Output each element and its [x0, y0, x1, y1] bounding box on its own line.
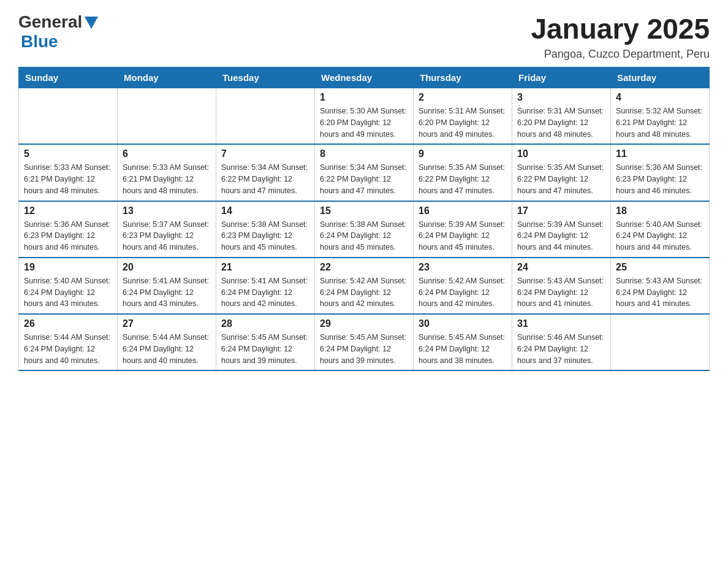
calendar-cell: 31Sunrise: 5:46 AM Sunset: 6:24 PM Dayli… — [512, 314, 611, 370]
day-info: Sunrise: 5:31 AM Sunset: 6:20 PM Dayligh… — [419, 105, 507, 140]
calendar-cell: 24Sunrise: 5:43 AM Sunset: 6:24 PM Dayli… — [512, 258, 611, 314]
day-number: 30 — [419, 318, 507, 329]
day-number: 29 — [320, 318, 408, 329]
day-info: Sunrise: 5:43 AM Sunset: 6:24 PM Dayligh… — [616, 275, 704, 310]
day-number: 5 — [24, 148, 112, 159]
day-number: 19 — [24, 262, 112, 273]
day-info: Sunrise: 5:46 AM Sunset: 6:24 PM Dayligh… — [517, 332, 605, 366]
day-info: Sunrise: 5:33 AM Sunset: 6:21 PM Dayligh… — [123, 162, 211, 196]
logo: General Blue — [18, 12, 98, 52]
calendar-cell: 5Sunrise: 5:33 AM Sunset: 6:21 PM Daylig… — [19, 144, 118, 201]
calendar-header-wednesday: Wednesday — [315, 67, 414, 88]
calendar-cell: 19Sunrise: 5:40 AM Sunset: 6:24 PM Dayli… — [19, 258, 118, 314]
calendar-cell: 3Sunrise: 5:31 AM Sunset: 6:20 PM Daylig… — [512, 88, 611, 145]
calendar-cell: 23Sunrise: 5:42 AM Sunset: 6:24 PM Dayli… — [414, 258, 512, 314]
day-info: Sunrise: 5:36 AM Sunset: 6:23 PM Dayligh… — [616, 162, 704, 196]
day-number: 1 — [320, 92, 408, 103]
calendar-header-tuesday: Tuesday — [216, 67, 315, 88]
calendar-cell: 13Sunrise: 5:37 AM Sunset: 6:23 PM Dayli… — [118, 201, 216, 258]
day-info: Sunrise: 5:34 AM Sunset: 6:22 PM Dayligh… — [221, 162, 309, 196]
logo-blue-text: Blue — [21, 32, 58, 51]
day-info: Sunrise: 5:40 AM Sunset: 6:24 PM Dayligh… — [616, 219, 704, 253]
calendar-cell: 1Sunrise: 5:30 AM Sunset: 6:20 PM Daylig… — [315, 88, 414, 145]
day-info: Sunrise: 5:45 AM Sunset: 6:24 PM Dayligh… — [320, 332, 408, 366]
calendar-cell: 18Sunrise: 5:40 AM Sunset: 6:24 PM Dayli… — [611, 201, 710, 258]
day-info: Sunrise: 5:39 AM Sunset: 6:24 PM Dayligh… — [419, 219, 507, 253]
calendar-cell: 12Sunrise: 5:36 AM Sunset: 6:23 PM Dayli… — [19, 201, 118, 258]
day-number: 6 — [123, 148, 211, 159]
calendar-cell — [118, 88, 216, 145]
day-info: Sunrise: 5:36 AM Sunset: 6:23 PM Dayligh… — [24, 219, 112, 253]
calendar-cell: 7Sunrise: 5:34 AM Sunset: 6:22 PM Daylig… — [216, 144, 315, 201]
calendar-week-row: 1Sunrise: 5:30 AM Sunset: 6:20 PM Daylig… — [19, 88, 710, 145]
calendar-cell: 21Sunrise: 5:41 AM Sunset: 6:24 PM Dayli… — [216, 258, 315, 314]
day-info: Sunrise: 5:35 AM Sunset: 6:22 PM Dayligh… — [419, 162, 507, 196]
calendar-header-thursday: Thursday — [414, 67, 512, 88]
calendar-cell: 20Sunrise: 5:41 AM Sunset: 6:24 PM Dayli… — [118, 258, 216, 314]
day-info: Sunrise: 5:38 AM Sunset: 6:23 PM Dayligh… — [221, 219, 309, 253]
calendar-week-row: 19Sunrise: 5:40 AM Sunset: 6:24 PM Dayli… — [19, 258, 710, 314]
day-number: 12 — [24, 205, 112, 216]
calendar-cell: 15Sunrise: 5:38 AM Sunset: 6:24 PM Dayli… — [315, 201, 414, 258]
day-info: Sunrise: 5:41 AM Sunset: 6:24 PM Dayligh… — [123, 275, 211, 310]
calendar-cell: 26Sunrise: 5:44 AM Sunset: 6:24 PM Dayli… — [19, 314, 118, 370]
calendar-week-row: 26Sunrise: 5:44 AM Sunset: 6:24 PM Dayli… — [19, 314, 710, 370]
day-info: Sunrise: 5:45 AM Sunset: 6:24 PM Dayligh… — [221, 332, 309, 366]
day-number: 23 — [419, 262, 507, 273]
calendar-cell: 25Sunrise: 5:43 AM Sunset: 6:24 PM Dayli… — [611, 258, 710, 314]
page-header: General Blue January 2025 Pangoa, Cuzco … — [18, 12, 710, 61]
day-number: 15 — [320, 205, 408, 216]
day-number: 28 — [221, 318, 309, 329]
day-info: Sunrise: 5:34 AM Sunset: 6:22 PM Dayligh… — [320, 162, 408, 196]
day-number: 24 — [517, 262, 605, 273]
day-info: Sunrise: 5:39 AM Sunset: 6:24 PM Dayligh… — [517, 219, 605, 253]
day-info: Sunrise: 5:42 AM Sunset: 6:24 PM Dayligh… — [419, 275, 507, 310]
calendar-week-row: 12Sunrise: 5:36 AM Sunset: 6:23 PM Dayli… — [19, 201, 710, 258]
day-info: Sunrise: 5:44 AM Sunset: 6:24 PM Dayligh… — [123, 332, 211, 366]
day-info: Sunrise: 5:44 AM Sunset: 6:24 PM Dayligh… — [24, 332, 112, 366]
day-number: 2 — [419, 92, 507, 103]
day-number: 20 — [123, 262, 211, 273]
day-info: Sunrise: 5:35 AM Sunset: 6:22 PM Dayligh… — [517, 162, 605, 196]
day-number: 14 — [221, 205, 309, 216]
day-info: Sunrise: 5:37 AM Sunset: 6:23 PM Dayligh… — [123, 219, 211, 253]
calendar-table: SundayMondayTuesdayWednesdayThursdayFrid… — [18, 67, 710, 371]
day-number: 27 — [123, 318, 211, 329]
calendar-cell: 22Sunrise: 5:42 AM Sunset: 6:24 PM Dayli… — [315, 258, 414, 314]
calendar-cell — [611, 314, 710, 370]
day-number: 10 — [517, 148, 605, 159]
day-info: Sunrise: 5:32 AM Sunset: 6:21 PM Dayligh… — [616, 105, 704, 140]
day-info: Sunrise: 5:31 AM Sunset: 6:20 PM Dayligh… — [517, 105, 605, 140]
day-number: 16 — [419, 205, 507, 216]
day-info: Sunrise: 5:42 AM Sunset: 6:24 PM Dayligh… — [320, 275, 408, 310]
page-subtitle: Pangoa, Cuzco Department, Peru — [531, 48, 710, 61]
calendar-cell: 28Sunrise: 5:45 AM Sunset: 6:24 PM Dayli… — [216, 314, 315, 370]
day-number: 22 — [320, 262, 408, 273]
calendar-cell: 8Sunrise: 5:34 AM Sunset: 6:22 PM Daylig… — [315, 144, 414, 201]
calendar-cell: 16Sunrise: 5:39 AM Sunset: 6:24 PM Dayli… — [414, 201, 512, 258]
calendar-header-row: SundayMondayTuesdayWednesdayThursdayFrid… — [19, 67, 710, 88]
calendar-cell: 14Sunrise: 5:38 AM Sunset: 6:23 PM Dayli… — [216, 201, 315, 258]
day-number: 3 — [517, 92, 605, 103]
calendar-header-monday: Monday — [118, 67, 216, 88]
calendar-cell: 9Sunrise: 5:35 AM Sunset: 6:22 PM Daylig… — [414, 144, 512, 201]
day-number: 18 — [616, 205, 704, 216]
day-number: 8 — [320, 148, 408, 159]
calendar-header-sunday: Sunday — [19, 67, 118, 88]
day-number: 9 — [419, 148, 507, 159]
day-info: Sunrise: 5:38 AM Sunset: 6:24 PM Dayligh… — [320, 219, 408, 253]
day-info: Sunrise: 5:41 AM Sunset: 6:24 PM Dayligh… — [221, 275, 309, 310]
calendar-cell: 27Sunrise: 5:44 AM Sunset: 6:24 PM Dayli… — [118, 314, 216, 370]
day-number: 25 — [616, 262, 704, 273]
calendar-cell: 4Sunrise: 5:32 AM Sunset: 6:21 PM Daylig… — [611, 88, 710, 145]
calendar-cell: 17Sunrise: 5:39 AM Sunset: 6:24 PM Dayli… — [512, 201, 611, 258]
calendar-cell: 2Sunrise: 5:31 AM Sunset: 6:20 PM Daylig… — [414, 88, 512, 145]
calendar-week-row: 5Sunrise: 5:33 AM Sunset: 6:21 PM Daylig… — [19, 144, 710, 201]
day-number: 21 — [221, 262, 309, 273]
day-number: 4 — [616, 92, 704, 103]
title-area: January 2025 Pangoa, Cuzco Department, P… — [531, 12, 710, 61]
calendar-cell — [216, 88, 315, 145]
svg-marker-0 — [85, 17, 98, 29]
day-number: 31 — [517, 318, 605, 329]
day-info: Sunrise: 5:30 AM Sunset: 6:20 PM Dayligh… — [320, 105, 408, 140]
